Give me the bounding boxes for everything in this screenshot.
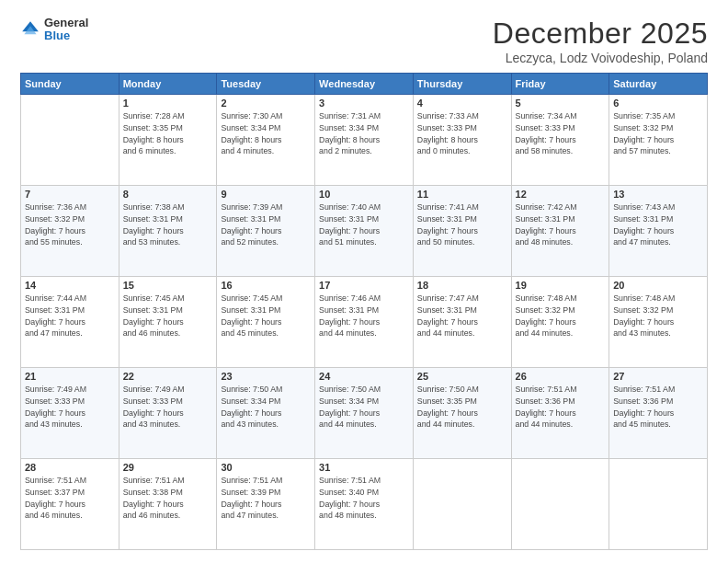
day-info: Sunrise: 7:43 AM Sunset: 3:31 PM Dayligh… <box>613 201 703 248</box>
calendar-cell-w3-d1: 14Sunrise: 7:44 AM Sunset: 3:31 PM Dayli… <box>21 277 119 368</box>
month-title: December 2025 <box>493 17 708 51</box>
day-number: 30 <box>221 462 311 473</box>
calendar-cell-w5-d3: 30Sunrise: 7:51 AM Sunset: 3:39 PM Dayli… <box>217 459 315 550</box>
calendar-cell-w2-d7: 13Sunrise: 7:43 AM Sunset: 3:31 PM Dayli… <box>609 186 708 277</box>
calendar-cell-w4-d1: 21Sunrise: 7:49 AM Sunset: 3:33 PM Dayli… <box>21 368 119 459</box>
day-number: 26 <box>516 371 606 382</box>
calendar-cell-w1-d2: 1Sunrise: 7:28 AM Sunset: 3:35 PM Daylig… <box>119 95 217 186</box>
day-number: 9 <box>221 189 311 200</box>
calendar-cell-w1-d3: 2Sunrise: 7:30 AM Sunset: 3:34 PM Daylig… <box>217 95 315 186</box>
day-number: 23 <box>221 371 311 382</box>
day-info: Sunrise: 7:45 AM Sunset: 3:31 PM Dayligh… <box>221 293 311 339</box>
day-info: Sunrise: 7:48 AM Sunset: 3:32 PM Dayligh… <box>613 293 703 339</box>
day-number: 16 <box>221 280 311 291</box>
day-info: Sunrise: 7:51 AM Sunset: 3:40 PM Dayligh… <box>319 475 409 522</box>
day-info: Sunrise: 7:31 AM Sunset: 3:34 PM Dayligh… <box>319 110 409 157</box>
day-info: Sunrise: 7:46 AM Sunset: 3:31 PM Dayligh… <box>319 293 409 339</box>
day-info: Sunrise: 7:35 AM Sunset: 3:32 PM Dayligh… <box>613 110 703 157</box>
col-saturday: Saturday <box>609 74 708 95</box>
calendar-cell-w2-d6: 12Sunrise: 7:42 AM Sunset: 3:31 PM Dayli… <box>511 186 609 277</box>
week-row-3: 14Sunrise: 7:44 AM Sunset: 3:31 PM Dayli… <box>21 277 708 368</box>
day-info: Sunrise: 7:38 AM Sunset: 3:31 PM Dayligh… <box>123 201 213 248</box>
calendar-cell-w1-d1 <box>21 95 119 186</box>
page: General Blue December 2025 Leczyca, Lodz… <box>0 0 728 563</box>
calendar-cell-w4-d2: 22Sunrise: 7:49 AM Sunset: 3:33 PM Dayli… <box>119 368 217 459</box>
day-info: Sunrise: 7:51 AM Sunset: 3:36 PM Dayligh… <box>613 384 703 431</box>
calendar-cell-w2-d1: 7Sunrise: 7:36 AM Sunset: 3:32 PM Daylig… <box>21 186 119 277</box>
calendar-cell-w5-d5 <box>413 459 511 550</box>
calendar-cell-w1-d4: 3Sunrise: 7:31 AM Sunset: 3:34 PM Daylig… <box>315 95 414 186</box>
day-number: 1 <box>123 98 213 109</box>
day-number: 4 <box>417 98 507 109</box>
logo-icon <box>20 19 40 40</box>
day-info: Sunrise: 7:51 AM Sunset: 3:36 PM Dayligh… <box>516 384 606 431</box>
col-sunday: Sunday <box>21 74 119 95</box>
day-number: 28 <box>25 462 115 473</box>
day-number: 7 <box>25 189 115 200</box>
calendar-cell-w2-d5: 11Sunrise: 7:41 AM Sunset: 3:31 PM Dayli… <box>413 186 511 277</box>
day-info: Sunrise: 7:47 AM Sunset: 3:31 PM Dayligh… <box>417 293 507 339</box>
calendar-cell-w3-d3: 16Sunrise: 7:45 AM Sunset: 3:31 PM Dayli… <box>217 277 315 368</box>
calendar-cell-w5-d2: 29Sunrise: 7:51 AM Sunset: 3:38 PM Dayli… <box>119 459 217 550</box>
calendar-cell-w3-d6: 19Sunrise: 7:48 AM Sunset: 3:32 PM Dayli… <box>511 277 609 368</box>
calendar-header-row: Sunday Monday Tuesday Wednesday Thursday… <box>21 74 708 95</box>
day-number: 20 <box>613 280 703 291</box>
day-number: 14 <box>25 280 115 291</box>
col-thursday: Thursday <box>413 74 511 95</box>
day-number: 15 <box>123 280 213 291</box>
col-monday: Monday <box>119 74 217 95</box>
calendar-cell-w4-d7: 27Sunrise: 7:51 AM Sunset: 3:36 PM Dayli… <box>609 368 708 459</box>
calendar-cell-w4-d5: 25Sunrise: 7:50 AM Sunset: 3:35 PM Dayli… <box>413 368 511 459</box>
day-info: Sunrise: 7:36 AM Sunset: 3:32 PM Dayligh… <box>25 201 115 248</box>
day-number: 2 <box>221 98 311 109</box>
day-info: Sunrise: 7:49 AM Sunset: 3:33 PM Dayligh… <box>25 384 115 431</box>
day-info: Sunrise: 7:44 AM Sunset: 3:31 PM Dayligh… <box>25 293 115 339</box>
logo-line2: Blue <box>44 29 88 42</box>
day-number: 27 <box>613 371 703 382</box>
calendar-cell-w2-d4: 10Sunrise: 7:40 AM Sunset: 3:31 PM Dayli… <box>315 186 414 277</box>
day-info: Sunrise: 7:49 AM Sunset: 3:33 PM Dayligh… <box>123 384 213 431</box>
day-number: 21 <box>25 371 115 382</box>
day-number: 11 <box>417 189 507 200</box>
day-number: 5 <box>516 98 606 109</box>
calendar-cell-w2-d3: 9Sunrise: 7:39 AM Sunset: 3:31 PM Daylig… <box>217 186 315 277</box>
day-number: 31 <box>319 462 409 473</box>
week-row-1: 1Sunrise: 7:28 AM Sunset: 3:35 PM Daylig… <box>21 95 708 186</box>
day-info: Sunrise: 7:51 AM Sunset: 3:37 PM Dayligh… <box>25 475 115 522</box>
day-info: Sunrise: 7:40 AM Sunset: 3:31 PM Dayligh… <box>319 201 409 248</box>
day-number: 10 <box>319 189 409 200</box>
day-number: 3 <box>319 98 409 109</box>
calendar-cell-w1-d6: 5Sunrise: 7:34 AM Sunset: 3:33 PM Daylig… <box>511 95 609 186</box>
col-friday: Friday <box>511 74 609 95</box>
header: General Blue December 2025 Leczyca, Lodz… <box>20 17 708 65</box>
calendar-cell-w5-d1: 28Sunrise: 7:51 AM Sunset: 3:37 PM Dayli… <box>21 459 119 550</box>
day-number: 24 <box>319 371 409 382</box>
calendar-cell-w3-d2: 15Sunrise: 7:45 AM Sunset: 3:31 PM Dayli… <box>119 277 217 368</box>
day-number: 17 <box>319 280 409 291</box>
day-info: Sunrise: 7:51 AM Sunset: 3:38 PM Dayligh… <box>123 475 213 522</box>
day-info: Sunrise: 7:39 AM Sunset: 3:31 PM Dayligh… <box>221 201 311 248</box>
day-info: Sunrise: 7:51 AM Sunset: 3:39 PM Dayligh… <box>221 475 311 522</box>
logo: General Blue <box>20 17 88 43</box>
day-info: Sunrise: 7:33 AM Sunset: 3:33 PM Dayligh… <box>417 110 507 157</box>
col-tuesday: Tuesday <box>217 74 315 95</box>
day-info: Sunrise: 7:50 AM Sunset: 3:34 PM Dayligh… <box>319 384 409 431</box>
calendar-cell-w5-d4: 31Sunrise: 7:51 AM Sunset: 3:40 PM Dayli… <box>315 459 414 550</box>
day-number: 18 <box>417 280 507 291</box>
day-number: 22 <box>123 371 213 382</box>
location-title: Leczyca, Lodz Voivodeship, Poland <box>493 51 708 65</box>
day-info: Sunrise: 7:41 AM Sunset: 3:31 PM Dayligh… <box>417 201 507 248</box>
week-row-4: 21Sunrise: 7:49 AM Sunset: 3:33 PM Dayli… <box>21 368 708 459</box>
day-number: 6 <box>613 98 703 109</box>
day-info: Sunrise: 7:48 AM Sunset: 3:32 PM Dayligh… <box>516 293 606 339</box>
calendar-cell-w3-d7: 20Sunrise: 7:48 AM Sunset: 3:32 PM Dayli… <box>609 277 708 368</box>
calendar-cell-w1-d5: 4Sunrise: 7:33 AM Sunset: 3:33 PM Daylig… <box>413 95 511 186</box>
calendar-cell-w5-d6 <box>511 459 609 550</box>
day-info: Sunrise: 7:50 AM Sunset: 3:35 PM Dayligh… <box>417 384 507 431</box>
day-number: 12 <box>516 189 606 200</box>
calendar-cell-w5-d7 <box>609 459 708 550</box>
day-number: 25 <box>417 371 507 382</box>
day-number: 13 <box>613 189 703 200</box>
logo-line1: General <box>44 17 88 29</box>
calendar-cell-w3-d5: 18Sunrise: 7:47 AM Sunset: 3:31 PM Dayli… <box>413 277 511 368</box>
